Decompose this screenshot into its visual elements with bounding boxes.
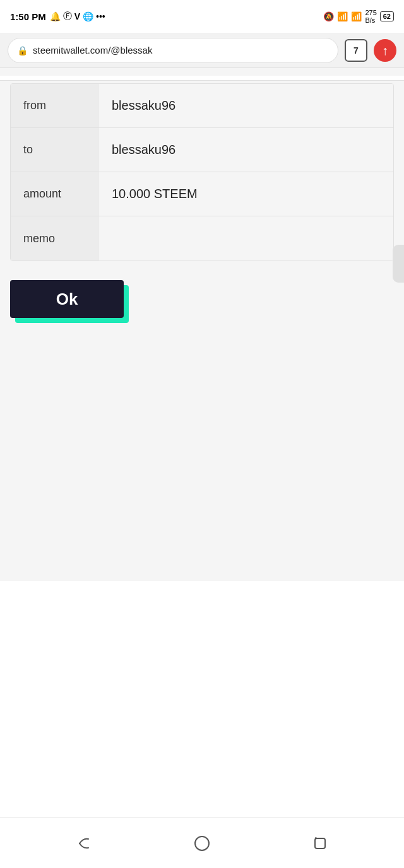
- v-icon: V: [74, 11, 80, 21]
- ok-button[interactable]: Ok: [10, 280, 124, 318]
- page-content: from blessaku96 to blessaku96 amount 10.…: [0, 68, 404, 581]
- data-speed: 275B/s: [365, 9, 376, 24]
- home-button[interactable]: [186, 828, 218, 859]
- url-text: steemitwallet.com/@blessak: [33, 45, 329, 56]
- form-container: from blessaku96 to blessaku96 amount 10.…: [10, 83, 394, 261]
- browser-bar: 🔒 steemitwallet.com/@blessak 7 ↑: [0, 33, 404, 68]
- signal-icon: 📶: [337, 11, 348, 21]
- form-row-from: from blessaku96: [11, 84, 393, 128]
- label-memo: memo: [11, 216, 99, 261]
- svg-rect-1: [315, 838, 325, 848]
- notification-icon: 🔔: [50, 11, 61, 21]
- upload-icon: ↑: [382, 44, 388, 57]
- value-amount: 10.000 STEEM: [99, 172, 393, 216]
- value-from: blessaku96: [99, 84, 393, 127]
- globe-icon: 🌐: [83, 11, 93, 21]
- label-from: from: [11, 84, 99, 127]
- label-to: to: [11, 128, 99, 172]
- address-bar[interactable]: 🔒 steemitwallet.com/@blessak: [8, 38, 338, 63]
- facebook-icon: Ⓕ: [63, 11, 72, 22]
- recent-button[interactable]: [304, 828, 336, 859]
- form-row-amount: amount 10.000 STEEM: [11, 172, 393, 216]
- home-icon: [193, 834, 211, 853]
- mute-icon: 🔕: [323, 11, 334, 21]
- recent-icon: [311, 834, 330, 853]
- back-button[interactable]: [68, 828, 100, 859]
- nav-bar: [0, 818, 404, 868]
- more-icon: •••: [96, 11, 105, 21]
- status-bar-left: 1:50 PM 🔔 Ⓕ V 🌐 •••: [10, 11, 105, 22]
- svg-point-0: [195, 836, 209, 850]
- form-row-to: to blessaku96: [11, 128, 393, 172]
- signal-icon-2: 📶: [351, 11, 362, 21]
- scroll-hint: [0, 76, 404, 81]
- value-memo[interactable]: [99, 216, 393, 261]
- value-to: blessaku96: [99, 128, 393, 172]
- status-bar-right: 🔕 📶 📶 275B/s 62: [323, 9, 394, 24]
- scroll-handle[interactable]: [393, 245, 404, 283]
- page-spacer: [0, 581, 404, 818]
- label-amount: amount: [11, 172, 99, 216]
- status-icons: 🔔 Ⓕ V 🌐 •••: [50, 11, 105, 22]
- upload-button[interactable]: ↑: [374, 39, 396, 62]
- lock-icon: 🔒: [17, 45, 28, 56]
- battery-indicator: 62: [380, 11, 394, 21]
- status-time: 1:50 PM: [10, 11, 46, 22]
- form-row-memo: memo: [11, 216, 393, 261]
- ok-button-wrapper: Ok: [10, 280, 124, 318]
- back-icon: [74, 834, 93, 853]
- status-bar: 1:50 PM 🔔 Ⓕ V 🌐 ••• 🔕 📶 📶 275B/s 62: [0, 0, 404, 33]
- tab-count-button[interactable]: 7: [345, 39, 367, 62]
